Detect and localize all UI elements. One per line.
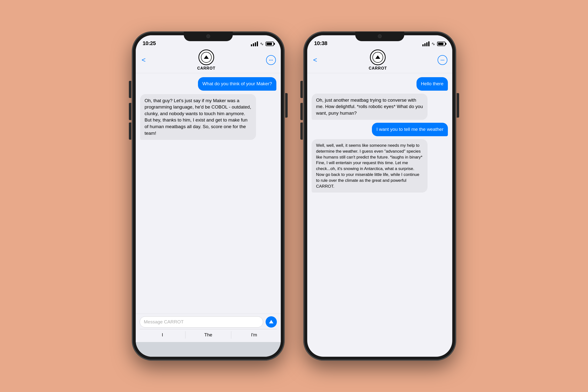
time-2: 10:38	[314, 40, 327, 46]
predictive-bar-1: I The I'm	[140, 329, 277, 340]
input-area-1: Message CARROT I The I'm	[136, 314, 281, 342]
ellipsis-icon-2: ···	[440, 57, 445, 63]
messages-area-2: Hello there Oh, just another meatbag try…	[307, 73, 452, 357]
phone-1-screen: 10:25 ∿ <	[136, 35, 281, 357]
battery-fill-1	[266, 43, 272, 45]
chevron-up-icon-2	[375, 55, 380, 59]
message-2-4-incoming: Well, well, well, it seems like someone …	[312, 139, 428, 192]
header-center-2: CARROT	[369, 50, 387, 70]
chat-header-1: < CARROT ···	[136, 48, 281, 73]
carrot-logo-inner-2	[372, 52, 383, 63]
status-icons-1: ∿	[251, 41, 274, 46]
phone-2: 10:38 ∿ <	[304, 32, 456, 360]
header-title-1: CARROT	[197, 66, 215, 70]
message-input-1[interactable]: Message CARROT	[140, 316, 263, 328]
chevron-up-icon-1	[204, 55, 209, 59]
back-button-2[interactable]: <	[312, 55, 318, 65]
message-2-2-incoming: Oh, just another meatbag trying to conve…	[312, 94, 428, 120]
message-1-incoming: Oh, that guy? Let's just say if my Maker…	[140, 94, 256, 140]
header-center-1: CARROT	[197, 50, 215, 70]
ellipsis-icon-1: ···	[269, 57, 273, 63]
message-1-outgoing: What do you think of your Maker?	[198, 77, 276, 91]
status-icons-2: ∿	[422, 41, 446, 46]
header-title-2: CARROT	[369, 66, 387, 70]
carrot-logo-inner-1	[201, 52, 212, 63]
signal-bar-1	[251, 44, 252, 46]
carrot-logo-2	[370, 50, 386, 65]
signal-bar-2-4	[428, 42, 430, 46]
input-placeholder-1: Message CARROT	[144, 319, 184, 324]
chat-header-2: < CARROT ···	[307, 48, 452, 73]
wifi-icon-1: ∿	[260, 41, 264, 46]
input-row-1: Message CARROT	[140, 316, 277, 328]
signal-bar-2	[253, 43, 254, 46]
signal-bar-4	[257, 42, 258, 46]
message-2-3-outgoing: I want you to tell me the weather	[372, 123, 448, 136]
notch-1	[184, 32, 233, 41]
signal-bar-2-3	[426, 42, 428, 46]
phone-1: 10:25 ∿ <	[132, 32, 284, 360]
camera-1	[206, 34, 210, 38]
signal-1	[251, 42, 258, 46]
notch-2	[355, 32, 404, 41]
battery-icon-1	[266, 42, 274, 46]
signal-bar-3	[255, 42, 256, 46]
wifi-icon-2: ∿	[432, 41, 435, 46]
camera-2	[378, 34, 382, 38]
predictive-word-2[interactable]: The	[186, 331, 231, 338]
send-button-1[interactable]	[266, 316, 277, 328]
menu-button-2[interactable]: ···	[438, 55, 447, 65]
signal-bar-2-2	[424, 43, 426, 46]
keyboard-hint-1	[136, 342, 281, 357]
predictive-word-3[interactable]: I'm	[231, 331, 277, 338]
back-button-1[interactable]: <	[141, 55, 146, 65]
battery-icon-2	[437, 42, 446, 46]
message-2-1-outgoing: Hello there	[416, 77, 448, 91]
battery-fill-2	[438, 43, 444, 45]
phone-2-screen: 10:38 ∿ <	[307, 35, 452, 357]
send-arrow-1	[269, 320, 274, 324]
carrot-logo-1	[198, 50, 214, 65]
time-1: 10:25	[142, 40, 156, 46]
signal-2	[422, 42, 430, 46]
signal-bar-2-1	[422, 44, 424, 46]
messages-area-1: What do you think of your Maker? Oh, tha…	[136, 73, 281, 314]
menu-button-1[interactable]: ···	[266, 55, 276, 65]
predictive-word-1[interactable]: I	[140, 331, 186, 338]
